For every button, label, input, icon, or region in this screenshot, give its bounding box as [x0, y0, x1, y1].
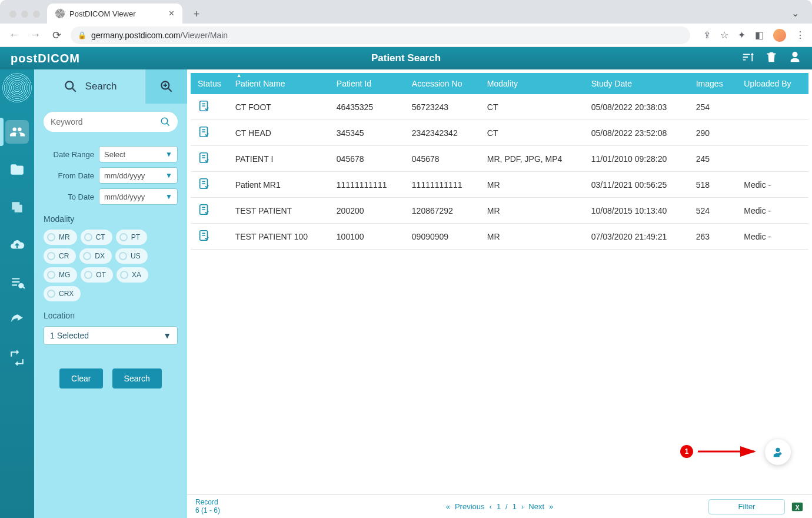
date-range-select[interactable]: Select ▼ — [99, 146, 178, 162]
svg-point-0 — [65, 81, 73, 89]
cell-images: 290 — [689, 120, 737, 146]
annotation-arrow-icon — [697, 444, 761, 459]
modality-chip-ot[interactable]: OT — [81, 267, 113, 283]
col-patient-name[interactable]: Patient Name — [228, 73, 330, 94]
radio-icon — [47, 252, 55, 260]
cell-images: 524 — [689, 198, 737, 224]
table-row[interactable]: TEST PATIENT 10010010009090909MR07/03/20… — [191, 224, 808, 250]
logo[interactable]: postDICOM — [11, 52, 80, 65]
cell-modality: MR, PDF, JPG, MP4 — [480, 146, 584, 172]
nav-rail — [0, 69, 34, 518]
new-tab-button[interactable]: + — [188, 6, 205, 22]
nav-worklist[interactable] — [5, 271, 29, 294]
status-icon — [191, 120, 228, 146]
pager-prev-button[interactable]: Previous — [455, 502, 485, 511]
to-date-value: mm/dd/yyyy — [104, 192, 145, 201]
pager-prev-icon[interactable]: ‹ — [490, 502, 492, 511]
keyword-input-wrap[interactable] — [44, 112, 178, 132]
tabs-chevron-icon[interactable]: ⌄ — [791, 8, 799, 19]
table-row[interactable]: TEST PATIENT200200120867292MR10/08/2015 … — [191, 198, 808, 224]
modality-chip-dx[interactable]: DX — [79, 248, 112, 264]
to-date-input[interactable]: mm/dd/yyyy ▼ — [99, 188, 178, 205]
tab-advanced-search[interactable] — [146, 69, 187, 104]
nav-back-button[interactable]: ← — [7, 28, 21, 42]
profile-avatar[interactable] — [773, 29, 786, 42]
menu-icon[interactable]: ⋮ — [796, 29, 805, 41]
user-icon[interactable] — [788, 51, 801, 66]
nav-studies[interactable] — [5, 195, 29, 219]
export-excel-icon[interactable]: X — [791, 500, 804, 513]
nav-reload-button[interactable]: ⟳ — [49, 28, 64, 42]
filter-button[interactable]: Filter — [708, 499, 785, 514]
cell-patient-name: PATIENT I — [228, 146, 330, 172]
modality-chip-label: XA — [132, 271, 141, 279]
close-tab-icon[interactable]: × — [169, 8, 174, 19]
status-icon — [191, 146, 228, 172]
from-date-input[interactable]: mm/dd/yyyy ▼ — [99, 167, 178, 184]
trash-icon[interactable] — [765, 51, 778, 66]
modality-chip-mr[interactable]: MR — [44, 230, 77, 245]
radio-icon — [83, 252, 91, 260]
lock-icon: 🔒 — [78, 31, 86, 39]
table-row[interactable]: CT FOOT4643532556723243CT05/08/2022 20:3… — [191, 94, 808, 120]
col-patient-id[interactable]: Patient Id — [330, 73, 405, 94]
col-images[interactable]: Images — [689, 73, 737, 94]
nav-sync[interactable] — [5, 346, 29, 370]
share-icon[interactable]: ⇪ — [703, 29, 711, 41]
page-title: Patient Search — [371, 52, 441, 64]
nav-upload[interactable] — [5, 233, 29, 257]
modality-chip-crx[interactable]: CRX — [44, 286, 81, 301]
cell-modality: CT — [480, 120, 584, 146]
cell-accession-no: 11111111111 — [405, 172, 480, 198]
table-row[interactable]: PATIENT I045678045678MR, PDF, JPG, MP411… — [191, 146, 808, 172]
status-icon — [191, 172, 228, 198]
tab-search[interactable]: Search — [34, 69, 146, 104]
close-window-icon[interactable] — [9, 11, 16, 18]
modality-chip-ct[interactable]: CT — [81, 230, 112, 245]
pager-last-icon[interactable]: » — [549, 502, 553, 511]
nav-share[interactable] — [5, 308, 29, 332]
radio-icon — [84, 271, 92, 279]
sort-icon[interactable] — [741, 51, 754, 66]
star-icon[interactable]: ☆ — [720, 29, 728, 41]
pager-next-button[interactable]: Next — [528, 502, 544, 511]
nav-folders[interactable] — [5, 158, 29, 181]
minimize-window-icon[interactable] — [21, 11, 28, 18]
address-bar[interactable]: 🔒 germany.postdicom.com/Viewer/Main — [71, 26, 690, 44]
col-accession-no[interactable]: Accession No — [405, 73, 480, 94]
maximize-window-icon[interactable] — [33, 11, 40, 18]
col-study-date[interactable]: Study Date — [584, 73, 689, 94]
browser-tab[interactable]: PostDICOM Viewer × — [47, 4, 182, 24]
search-button[interactable]: Search — [112, 368, 162, 388]
table-row[interactable]: CT HEAD3453452342342342CT05/08/2022 23:5… — [191, 120, 808, 146]
pager-next-icon[interactable]: › — [521, 502, 524, 511]
logo-text-bold: DICOM — [38, 52, 80, 65]
keyword-input[interactable] — [51, 117, 155, 127]
add-patient-fab[interactable] — [765, 439, 791, 465]
panel-icon[interactable]: ◧ — [755, 29, 764, 41]
clear-button[interactable]: Clear — [59, 368, 102, 388]
col-status[interactable]: Status — [191, 73, 228, 94]
modality-chip-pt[interactable]: PT — [116, 230, 147, 245]
extensions-icon[interactable]: ✦ — [738, 29, 746, 41]
cell-patient-id: 200200 — [330, 198, 405, 224]
modality-chip-mg[interactable]: MG — [44, 267, 77, 283]
cell-patient-id: 345345 — [330, 120, 405, 146]
search-icon[interactable] — [160, 117, 171, 127]
status-icon — [191, 94, 228, 120]
nav-forward-button[interactable]: → — [28, 28, 42, 42]
nav-patients[interactable] — [5, 120, 29, 144]
status-icon — [191, 198, 228, 224]
modality-chip-cr[interactable]: CR — [44, 248, 76, 264]
location-select[interactable]: 1 Selected ▼ — [44, 326, 178, 345]
pager-first-icon[interactable]: « — [446, 502, 450, 511]
brand-globe-icon — [2, 73, 32, 102]
table-row[interactable]: Patient MR11111111111111111111111MR03/11… — [191, 172, 808, 198]
col-modality[interactable]: Modality — [480, 73, 584, 94]
col-uploaded-by[interactable]: Uploaded By — [737, 73, 808, 94]
svg-text:X: X — [796, 504, 800, 510]
search-panel: Search Date Range Select ▼ From Date — [34, 69, 187, 518]
address-row: ← → ⟳ 🔒 germany.postdicom.com/Viewer/Mai… — [0, 24, 812, 47]
modality-chip-us[interactable]: US — [115, 248, 148, 264]
modality-chip-xa[interactable]: XA — [117, 267, 148, 283]
